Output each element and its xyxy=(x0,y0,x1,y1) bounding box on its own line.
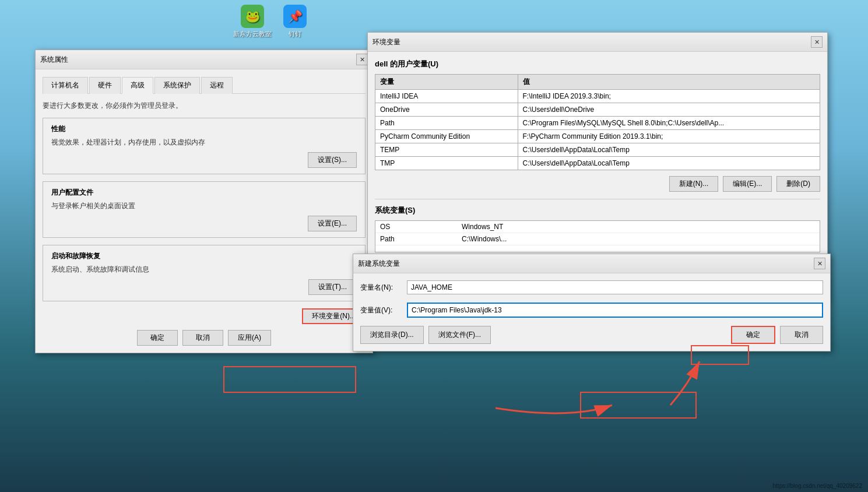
env-vars-title: 环境变量 xyxy=(372,37,400,47)
user-var-name-cell: IntelliJ IDEA xyxy=(375,90,518,103)
var-value-row: 变量值(V): xyxy=(360,303,823,318)
profile-desc: 与登录帐户相关的桌面设置 xyxy=(51,201,357,211)
sys-var-row-path: Path C:\Windows\... xyxy=(375,233,820,245)
tab-sys-protect[interactable]: 系统保护 xyxy=(154,77,200,94)
user-edit-btn[interactable]: 编辑(E)... xyxy=(723,176,772,192)
new-sys-var-dialog: 新建系统变量 ✕ 变量名(N): 变量值(V): 浏览目录(D)... 浏览文件… xyxy=(353,254,831,352)
sys-var-row-os: OS Windows_NT xyxy=(375,221,820,233)
profile-section: 用户配置文件 与登录帐户相关的桌面设置 设置(E)... xyxy=(43,181,366,238)
new-sys-var-content: 变量名(N): 变量值(V): 浏览目录(D)... 浏览文件(F)... 确定… xyxy=(353,273,830,351)
dingding-label: 钉钉 xyxy=(289,30,301,38)
env-vars-titlebar: 环境变量 ✕ xyxy=(368,33,827,52)
new-sys-var-close-btn[interactable]: ✕ xyxy=(814,258,825,269)
sys-props-close-btn[interactable]: ✕ xyxy=(356,54,368,65)
sys-var-path-value: C:\Windows\... xyxy=(462,235,815,243)
env-vars-titlebar-buttons: ✕ xyxy=(811,36,823,48)
sys-props-apply-btn[interactable]: 应用(A) xyxy=(228,330,271,346)
sys-props-tabs: 计算机名 硬件 高级 系统保护 远程 xyxy=(43,76,366,94)
user-vars-label: dell 的用户变量(U) xyxy=(375,59,820,69)
app-icon-xindf[interactable]: 🐸 新东方云教室 xyxy=(233,5,272,38)
tab-advanced[interactable]: 高级 xyxy=(122,77,153,94)
xindf-icon: 🐸 xyxy=(241,5,264,28)
user-var-name-cell: TMP xyxy=(375,157,518,170)
tab-hardware[interactable]: 硬件 xyxy=(89,77,121,94)
startup-section: 启动和故障恢复 系统启动、系统故障和调试信息 设置(T)... xyxy=(43,245,366,301)
new-sys-var-action-btns: 浏览目录(D)... 浏览文件(F)... 确定 取消 xyxy=(360,326,823,344)
tab-remote[interactable]: 远程 xyxy=(201,77,233,94)
user-var-row[interactable]: PathC:\Program Files\MySQL\MySQL Shell 8… xyxy=(375,117,820,130)
var-name-row: 变量名(N): xyxy=(360,280,823,294)
sys-props-ok-btn[interactable]: 确定 xyxy=(137,330,178,346)
xindf-label: 新东方云教室 xyxy=(233,30,272,38)
env-divider xyxy=(375,199,820,199)
performance-settings-btn[interactable]: 设置(S)... xyxy=(308,152,357,168)
sys-var-path-name: Path xyxy=(380,235,462,243)
user-var-row[interactable]: IntelliJ IDEAF:\IntelliJ IDEA 2019.3.3\b… xyxy=(375,90,820,103)
new-sys-var-ok-btn[interactable]: 确定 xyxy=(731,326,775,344)
user-var-name-cell: TEMP xyxy=(375,143,518,157)
sys-vars-table-container: OS Windows_NT Path C:\Windows\... xyxy=(375,220,820,252)
performance-section: 性能 视觉效果，处理器计划，内存使用，以及虚拟内存 设置(S)... xyxy=(43,118,366,174)
startup-desc: 系统启动、系统故障和调试信息 xyxy=(51,265,357,275)
performance-desc: 视觉效果，处理器计划，内存使用，以及虚拟内存 xyxy=(51,138,357,147)
user-var-value-cell: F:\IntelliJ IDEA 2019.3.3\bin; xyxy=(518,90,820,103)
sys-props-titlebar-buttons: ✕ xyxy=(356,54,368,65)
user-var-value-cell: C:\Users\dell\AppData\Local\Temp xyxy=(518,143,820,157)
user-var-col-value: 值 xyxy=(518,75,820,90)
url-bar: https://blog.csdn.net/qq_40209622 xyxy=(773,483,862,489)
browse-dir-btn[interactable]: 浏览目录(D)... xyxy=(360,326,424,344)
var-value-label: 变量值(V): xyxy=(360,305,407,315)
sys-var-os-name: OS xyxy=(380,223,462,231)
profile-title: 用户配置文件 xyxy=(51,188,357,198)
user-var-value-cell: C:\Users\dell\AppData\Local\Temp xyxy=(518,157,820,170)
user-var-col-name: 变量 xyxy=(375,75,518,90)
browse-file-btn[interactable]: 浏览文件(F)... xyxy=(428,326,491,344)
admin-notice: 要进行大多数更改，你必须作为管理员登录。 xyxy=(43,101,366,111)
new-sys-var-title: 新建系统变量 xyxy=(358,259,400,269)
new-sys-var-titlebar: 新建系统变量 ✕ xyxy=(353,254,830,273)
dingding-icon: 📌 xyxy=(283,5,307,28)
tab-computer-name[interactable]: 计算机名 xyxy=(43,77,88,94)
startup-settings-btn[interactable]: 设置(T)... xyxy=(308,279,357,295)
taskbar-icons: 🐸 新东方云教室 📌 钉钉 xyxy=(233,5,307,38)
app-icon-dingding[interactable]: 📌 钉钉 xyxy=(283,5,307,38)
user-var-value-cell: C:\Users\dell\OneDrive xyxy=(518,103,820,117)
env-vars-close-btn[interactable]: ✕ xyxy=(811,36,823,48)
user-var-name-cell: OneDrive xyxy=(375,103,518,117)
sys-props-cancel-btn[interactable]: 取消 xyxy=(182,330,223,346)
user-var-value-cell: C:\Program Files\MySQL\MySQL Shell 8.0\b… xyxy=(518,117,820,130)
new-sys-var-titlebar-buttons: ✕ xyxy=(814,258,825,269)
user-var-name-cell: Path xyxy=(375,117,518,130)
user-vars-table: 变量 值 IntelliJ IDEAF:\IntelliJ IDEA 2019.… xyxy=(375,74,820,170)
user-var-row[interactable]: PyCharm Community EditionF:\PyCharm Comm… xyxy=(375,130,820,143)
profile-settings-btn[interactable]: 设置(E)... xyxy=(308,216,357,231)
user-new-btn[interactable]: 新建(N)... xyxy=(669,176,719,192)
sys-props-content: 计算机名 硬件 高级 系统保护 远程 要进行大多数更改，你必须作为管理员登录。 … xyxy=(36,69,372,353)
user-vars-btn-row: 新建(N)... 编辑(E)... 删除(D) xyxy=(375,176,820,192)
sys-props-titlebar: 系统属性 ✕ xyxy=(36,50,372,69)
var-name-input[interactable] xyxy=(407,280,823,294)
sys-props-title: 系统属性 xyxy=(40,55,68,65)
user-var-row[interactable]: OneDriveC:\Users\dell\OneDrive xyxy=(375,103,820,117)
var-name-label: 变量名(N): xyxy=(360,283,407,293)
user-var-row[interactable]: TEMPC:\Users\dell\AppData\Local\Temp xyxy=(375,143,820,157)
var-value-input[interactable] xyxy=(407,303,823,318)
user-delete-btn[interactable]: 删除(D) xyxy=(776,176,820,192)
user-var-value-cell: F:\PyCharm Community Edition 2019.3.1\bi… xyxy=(518,130,820,143)
user-var-row[interactable]: TMPC:\Users\dell\AppData\Local\Temp xyxy=(375,157,820,170)
new-sys-var-cancel-btn[interactable]: 取消 xyxy=(780,326,823,344)
performance-title: 性能 xyxy=(51,124,357,134)
user-var-name-cell: PyCharm Community Edition xyxy=(375,130,518,143)
sys-vars-label: 系统变量(S) xyxy=(375,205,820,216)
sys-props-dialog: 系统属性 ✕ 计算机名 硬件 高级 系统保护 远程 要进行大多数更改，你必须作为… xyxy=(35,50,373,353)
startup-title: 启动和故障恢复 xyxy=(51,251,357,261)
sys-props-bottom-buttons: 确定 取消 应用(A) xyxy=(43,330,366,346)
sys-var-os-value: Windows_NT xyxy=(462,223,815,231)
